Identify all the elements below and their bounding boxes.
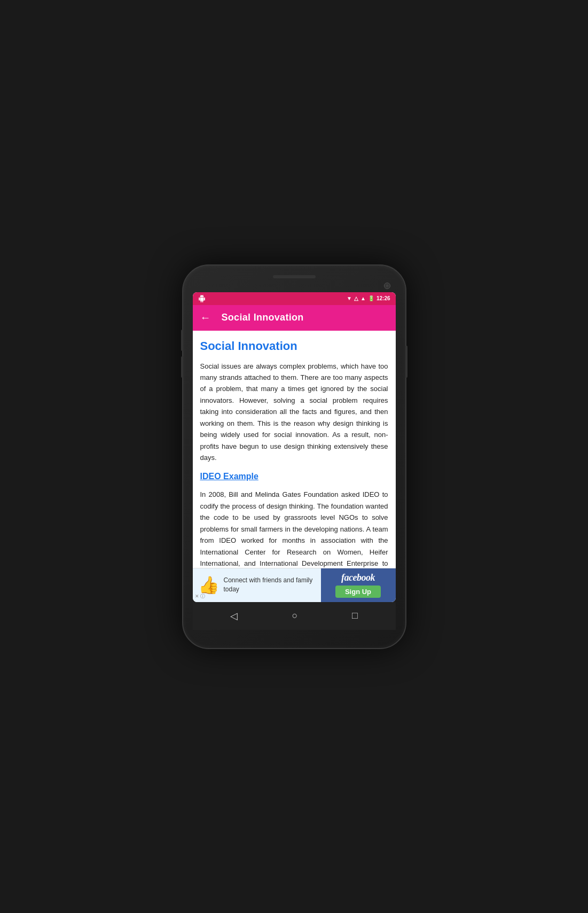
ad-info-icon[interactable]: ⓘ [200, 593, 205, 600]
status-left [198, 295, 206, 302]
nav-bar: ◁ ○ □ [193, 602, 396, 630]
android-icon [198, 295, 206, 302]
camera [384, 283, 390, 289]
thumbs-up-icon: 👍 [198, 575, 219, 595]
ad-banner: 👍 Connect with friends and family today … [193, 568, 396, 602]
time-display: 12:26 [377, 295, 390, 301]
ad-left: 👍 Connect with friends and family today [193, 568, 321, 602]
signal-icon: △ [354, 295, 358, 301]
volume-up-button[interactable] [181, 330, 183, 351]
back-button[interactable]: ← [200, 311, 211, 324]
speaker [273, 275, 316, 278]
volume-down-button[interactable] [181, 356, 183, 378]
nav-home-button[interactable]: ○ [292, 610, 298, 621]
phone-screen: ▼ △ ▲ 🔋 12:26 ← Social Innovation Social… [193, 292, 396, 602]
wifi-icon: ▼ [347, 295, 352, 301]
article-title: Social Innovation [200, 339, 388, 353]
nav-back-button[interactable]: ◁ [230, 610, 238, 622]
status-bar: ▼ △ ▲ 🔋 12:26 [193, 292, 396, 305]
facebook-logo: facebook [341, 572, 375, 583]
ad-close-area: ✕ ⓘ [195, 593, 205, 600]
ideo-example-link[interactable]: IDEO Example [200, 472, 388, 481]
app-bar: ← Social Innovation [193, 305, 396, 331]
ad-text: Connect with friends and family today [224, 576, 316, 594]
app-bar-title: Social Innovation [222, 312, 304, 323]
facebook-signup-button[interactable]: Sign Up [335, 586, 381, 598]
content-area[interactable]: Social Innovation Social issues are alwa… [193, 331, 396, 568]
phone-device: ▼ △ ▲ 🔋 12:26 ← Social Innovation Social… [182, 264, 406, 649]
article-body-2: In 2008, Bill and Melinda Gates Foundati… [200, 489, 388, 567]
article-body-1: Social issues are always complex problem… [200, 361, 388, 464]
signal-full-icon: ▲ [360, 295, 366, 301]
status-right: ▼ △ ▲ 🔋 12:26 [347, 295, 390, 301]
battery-icon: 🔋 [368, 295, 374, 301]
nav-recent-button[interactable]: □ [352, 610, 358, 621]
power-button[interactable] [405, 346, 407, 378]
ad-close-icon[interactable]: ✕ [195, 594, 199, 599]
ad-right: facebook Sign Up [321, 568, 396, 602]
